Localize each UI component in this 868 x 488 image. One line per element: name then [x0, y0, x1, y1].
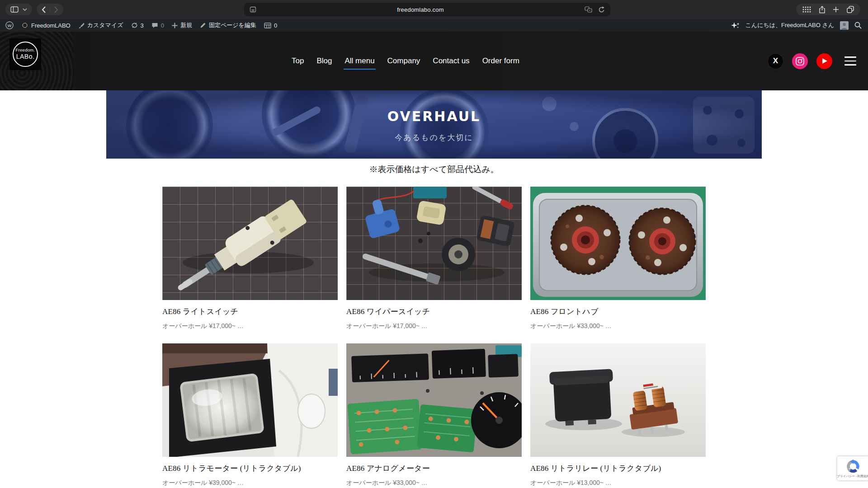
app-grid-icon[interactable]: [802, 6, 811, 13]
admin-customize[interactable]: カスタマイズ: [78, 21, 123, 29]
hero-subtitle: 今あるものを大切に: [106, 132, 762, 143]
sparkle-icon[interactable]: [731, 22, 740, 29]
wp-logo-menu[interactable]: W: [5, 21, 14, 29]
product-card[interactable]: AE86 ライトスイッチ オーバーホール ¥17,000~ …: [162, 187, 338, 343]
site-icon: [21, 22, 28, 29]
nav-item-all-menu[interactable]: All menu: [344, 54, 374, 68]
admin-forms-count: 0: [274, 22, 277, 29]
admin-new[interactable]: 新規: [172, 21, 192, 29]
forms-grid-icon: [264, 23, 271, 28]
nav-item-company[interactable]: Company: [387, 54, 420, 68]
youtube-icon[interactable]: [816, 53, 832, 69]
safari-window: freedomlabo.com: [0, 0, 868, 488]
edit-pencil-icon: [200, 22, 206, 28]
product-title[interactable]: AE86 ワイパースイッチ: [346, 306, 522, 317]
product-price: オーバーホール ¥17,000~ …: [162, 322, 338, 330]
admin-forms[interactable]: 0: [264, 22, 277, 29]
main-nav: Top Blog All menu Company Contact us Ord…: [292, 32, 519, 90]
wiper-switch-photo[interactable]: [346, 187, 522, 300]
front-hub-photo[interactable]: [530, 187, 706, 300]
admin-new-label: 新規: [180, 21, 192, 29]
site-header: Freedom. LABo. Top Blog All menu Company…: [0, 32, 868, 90]
browser-toolbar: freedomlabo.com: [0, 0, 868, 19]
light-switch-photo[interactable]: [162, 187, 338, 300]
recaptcha-label[interactable]: プライバシー - 利用規約: [837, 474, 868, 479]
recaptcha-icon: [845, 459, 861, 474]
logo-text-bottom: LABo.: [16, 53, 35, 60]
updates-icon: [131, 22, 138, 28]
forward-button[interactable]: [54, 6, 58, 13]
toolbar-right-cluster: [796, 4, 860, 15]
nav-item-contact-us[interactable]: Contact us: [433, 54, 469, 68]
plus-icon: [172, 23, 178, 28]
product-title[interactable]: AE86 ライトスイッチ: [162, 306, 338, 317]
avatar[interactable]: [840, 21, 849, 30]
instagram-icon[interactable]: [792, 53, 808, 69]
product-title[interactable]: AE86 リトラモーター (リトラクタブル): [162, 463, 338, 474]
nav-item-blog[interactable]: Blog: [316, 54, 332, 68]
product-card[interactable]: AE86 リトラリレー (リトラクタブル) オーバーホール ¥13,000~ …: [530, 343, 706, 488]
back-button[interactable]: [42, 6, 46, 13]
product-title[interactable]: AE86 リトラリレー (リトラクタブル): [530, 463, 706, 474]
product-card[interactable]: AE86 リトラモーター (リトラクタブル) オーバーホール ¥39,000~ …: [162, 343, 338, 488]
retract-motor-photo[interactable]: [162, 343, 338, 457]
svg-text:W: W: [8, 23, 12, 28]
comments-icon: [151, 22, 158, 28]
address-bar[interactable]: freedomlabo.com: [244, 3, 610, 16]
admin-edit-page[interactable]: 固定ページを編集: [200, 21, 256, 29]
admin-updates-count: 3: [141, 22, 144, 29]
social-links: X: [768, 32, 856, 90]
sidebar-icon: [10, 6, 19, 13]
page-settings-icon[interactable]: [250, 6, 256, 13]
x-icon[interactable]: X: [768, 53, 783, 69]
retract-relay-photo[interactable]: [530, 343, 706, 457]
product-price: オーバーホール ¥39,000~ …: [162, 479, 338, 487]
admin-comments-count: 0: [161, 22, 164, 29]
wp-admin-bar: W FreedomLABO カスタマイズ 3: [0, 19, 868, 32]
nav-item-order-form[interactable]: Order form: [482, 54, 519, 68]
engine-photo: [106, 90, 762, 159]
product-price: オーバーホール ¥13,000~ …: [530, 479, 706, 487]
product-grid: AE86 ライトスイッチ オーバーホール ¥17,000~ …: [162, 187, 706, 488]
product-price: オーバーホール ¥33,000~ …: [346, 479, 522, 487]
product-card[interactable]: AE86 ワイパースイッチ オーバーホール ¥17,000~ …: [346, 187, 522, 343]
recaptcha-badge[interactable]: プライバシー - 利用規約: [837, 456, 868, 480]
product-price: オーバーホール ¥17,000~ …: [346, 322, 522, 330]
admin-account-menu[interactable]: こんにちは、FreedomLABO さん: [745, 21, 834, 29]
product-card[interactable]: AE86 アナログメーター オーバーホール ¥33,000~ …: [346, 343, 522, 488]
admin-edit-label: 固定ページを編集: [209, 21, 256, 29]
admin-site-name: FreedomLABO: [31, 22, 71, 29]
product-price: オーバーホール ¥33,000~ …: [530, 322, 706, 330]
search-icon[interactable]: [854, 22, 862, 29]
customize-brush-icon: [78, 22, 85, 28]
hero-banner: OVERHAUL 今あるものを大切に: [106, 90, 762, 159]
admin-comments[interactable]: 0: [151, 22, 164, 29]
reload-icon[interactable]: [598, 6, 605, 13]
translate-icon[interactable]: [585, 6, 592, 13]
admin-updates[interactable]: 3: [131, 22, 144, 29]
hamburger-icon[interactable]: [844, 56, 856, 66]
product-card[interactable]: AE86 フロントハブ オーバーホール ¥33,000~ …: [530, 187, 706, 343]
product-title[interactable]: AE86 フロントハブ: [530, 306, 706, 317]
product-title[interactable]: AE86 アナログメーター: [346, 463, 522, 474]
new-tab-icon[interactable]: [833, 6, 839, 13]
analog-meter-photo[interactable]: [346, 343, 522, 457]
wordpress-icon: W: [5, 21, 14, 29]
toolbar-divider: [50, 6, 50, 13]
sidebar-toggle-button[interactable]: [5, 4, 32, 15]
admin-site-menu[interactable]: FreedomLABO: [21, 22, 71, 29]
url-text: freedomlabo.com: [256, 6, 585, 13]
nav-item-top[interactable]: Top: [292, 54, 304, 68]
share-icon[interactable]: [819, 6, 826, 14]
admin-greeting: こんにちは、FreedomLABO さん: [745, 21, 834, 29]
price-notice: ※表示価格はすべて部品代込み。: [0, 164, 868, 175]
site-logo[interactable]: Freedom. LABo.: [9, 38, 41, 70]
chevron-down-icon: [23, 8, 27, 11]
hero-title: OVERHAUL: [106, 108, 762, 124]
tab-overview-icon[interactable]: [847, 6, 854, 13]
admin-customize-label: カスタマイズ: [87, 21, 123, 29]
logo-text-top: Freedom.: [15, 48, 35, 53]
logo-circle: Freedom. LABo.: [13, 42, 38, 67]
